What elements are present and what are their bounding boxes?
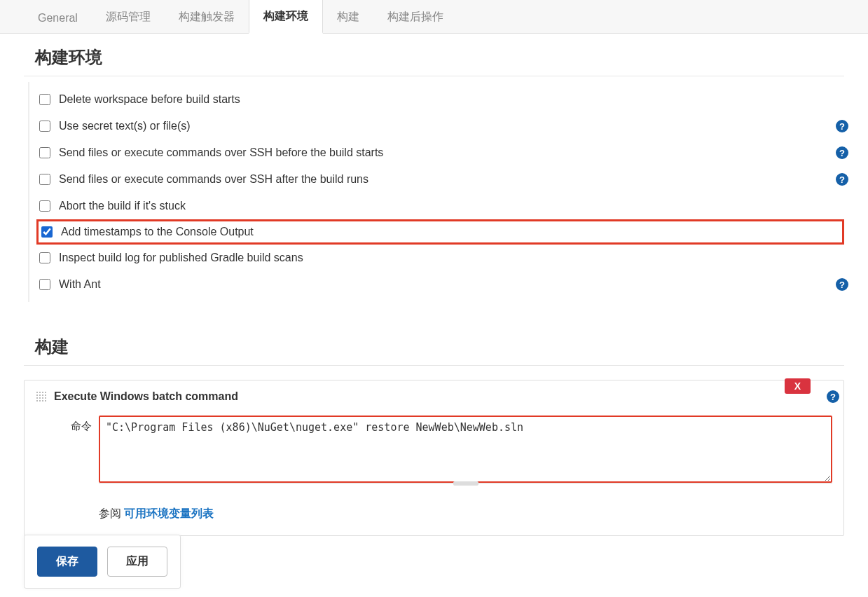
build-step-exec-batch: Execute Windows batch command ? 命令 参阅 可用…: [24, 380, 844, 536]
build-step-container: X Execute Windows batch command ? 命令 参阅 …: [24, 380, 844, 536]
opt-label: Send files or execute commands over SSH …: [59, 146, 383, 159]
checkbox-timestamps[interactable]: [41, 226, 53, 238]
opt-with-ant: With Ant ?: [36, 271, 844, 298]
tab-triggers[interactable]: 构建触发器: [165, 0, 249, 33]
build-section-title: 构建: [24, 323, 844, 366]
checkbox-gradle-scan[interactable]: [39, 252, 50, 263]
help-icon[interactable]: ?: [836, 120, 848, 132]
checkbox-delete-workspace[interactable]: [39, 94, 50, 105]
help-icon[interactable]: ?: [836, 146, 848, 159]
footer-action-bar: 保存 应用: [24, 535, 181, 536]
help-icon[interactable]: ?: [836, 278, 848, 291]
tab-scm[interactable]: 源码管理: [92, 0, 165, 33]
opt-timestamps-highlight: Add timestamps to the Console Output: [36, 219, 844, 245]
help-icon[interactable]: ?: [836, 173, 848, 186]
delete-step-button[interactable]: X: [785, 378, 811, 394]
opt-delete-workspace: Delete workspace before build starts: [36, 86, 844, 113]
drag-handle-icon[interactable]: [36, 391, 47, 402]
build-env-section-title: 构建环境: [24, 34, 844, 76]
opt-label: With Ant: [59, 278, 101, 291]
opt-label: Delete workspace before build starts: [59, 93, 240, 106]
help-icon[interactable]: ?: [827, 390, 839, 403]
opt-abort-stuck: Abort the build if it's stuck: [36, 193, 844, 219]
textarea-divider: [99, 483, 832, 490]
checkbox-secret-text[interactable]: [39, 121, 50, 132]
opt-gradle-scan: Inspect build log for published Gradle b…: [36, 245, 844, 271]
opt-label: Inspect build log for published Gradle b…: [59, 252, 303, 264]
see-also-row: 参阅 可用环境变量列表: [99, 507, 832, 521]
tab-build-env[interactable]: 构建环境: [249, 0, 323, 34]
opt-label: Send files or execute commands over SSH …: [59, 173, 368, 186]
build-section: 构建 X Execute Windows batch command ? 命令 …: [24, 323, 844, 536]
command-label: 命令: [36, 416, 92, 433]
resize-grip-icon[interactable]: [453, 481, 478, 486]
checkbox-ssh-before[interactable]: [39, 147, 50, 158]
opt-secret-text: Use secret text(s) or file(s) ?: [36, 113, 844, 139]
checkbox-ssh-after[interactable]: [39, 174, 50, 185]
opt-ssh-after: Send files or execute commands over SSH …: [36, 166, 844, 193]
opt-label: Add timestamps to the Console Output: [61, 226, 254, 238]
build-step-title: Execute Windows batch command: [54, 390, 238, 403]
opt-label: Abort the build if it's stuck: [59, 200, 186, 212]
opt-ssh-before: Send files or execute commands over SSH …: [36, 139, 844, 166]
env-vars-link[interactable]: 可用环境变量列表: [124, 507, 214, 519]
tab-general[interactable]: General: [24, 2, 92, 33]
command-textarea[interactable]: [99, 416, 832, 483]
build-step-header: Execute Windows batch command: [36, 390, 832, 403]
config-tabs: General 源码管理 构建触发器 构建环境 构建 构建后操作: [0, 0, 868, 34]
tab-build[interactable]: 构建: [323, 0, 373, 33]
command-row: 命令: [36, 416, 832, 483]
opt-label: Use secret text(s) or file(s): [59, 120, 191, 132]
see-also-prefix: 参阅: [99, 507, 124, 519]
tab-post-build[interactable]: 构建后操作: [373, 0, 457, 33]
build-env-options: Delete workspace before build starts Use…: [28, 82, 844, 302]
checkbox-with-ant[interactable]: [39, 279, 50, 290]
checkbox-abort-stuck[interactable]: [39, 200, 50, 212]
